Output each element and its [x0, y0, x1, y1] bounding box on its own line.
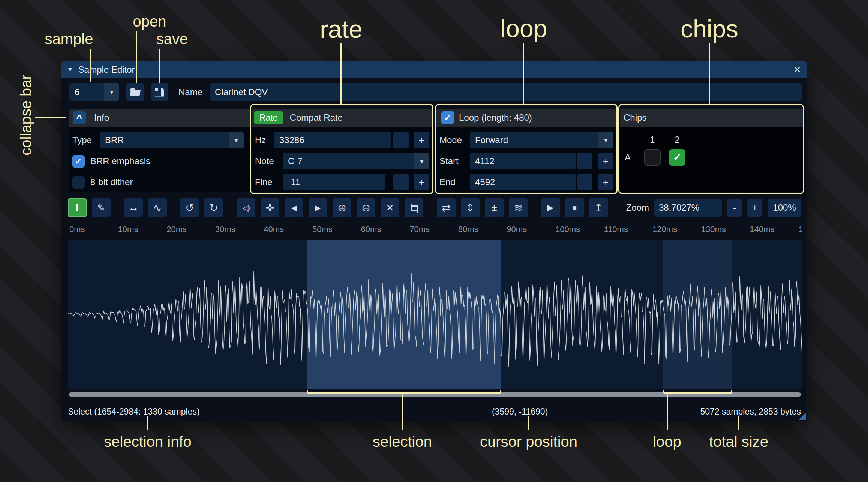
tab-compat-rate[interactable]: Compat Rate [290, 112, 343, 123]
brr-emphasis-checkbox[interactable]: ✓ [72, 155, 85, 168]
sample-selector[interactable]: 6 ▼ [69, 83, 119, 101]
loop-start-plus-button[interactable]: + [598, 153, 613, 169]
floppy-save-icon [155, 88, 164, 97]
window-collapse-icon[interactable]: ▼ [67, 66, 73, 73]
tab-rate[interactable]: Rate [254, 111, 283, 124]
fine-minus-button[interactable]: - [393, 174, 409, 190]
minus-circle-icon: ⊖ [361, 202, 370, 214]
trim-button[interactable] [405, 198, 423, 217]
undo-icon: ↺ [185, 202, 194, 214]
note-dropdown[interactable]: C-7 ▼ [283, 153, 429, 169]
zoom-reset-button[interactable]: 100% [768, 199, 801, 217]
chevron-up-icon: ^ [76, 113, 82, 124]
fine-value: -11 [288, 177, 300, 187]
fade-out-button[interactable]: ▶ [309, 198, 327, 217]
horizontal-scrollbar[interactable] [68, 392, 802, 397]
triangle-left-icon: ◀ [291, 203, 297, 212]
loop-mode-dropdown[interactable]: Forward ▼ [470, 132, 613, 148]
loop-start-minus-button[interactable]: - [577, 153, 592, 169]
zoom-out-button[interactable]: - [727, 199, 742, 217]
hz-plus-button[interactable]: + [414, 132, 429, 148]
collapse-bar-button[interactable]: ^ [73, 111, 86, 124]
status-cursor-position: (3599, -11690) [492, 407, 548, 417]
scrollbar-thumb[interactable] [69, 392, 801, 397]
waveform [68, 240, 802, 389]
chevron-down-icon[interactable]: ▼ [598, 132, 613, 148]
insert-silence-button[interactable]: ⊕ [333, 198, 351, 217]
create-instrument-button[interactable]: ↥ [589, 198, 608, 217]
chevron-down-icon[interactable]: ▼ [104, 83, 119, 101]
loop-panel-header: ✓ Loop (length: 480) [436, 109, 616, 127]
redo-button[interactable]: ↻ [204, 198, 223, 217]
mode-label: Mode [439, 132, 462, 148]
annotation-loop-label: loop [501, 14, 547, 43]
loop-start-label: Start [439, 153, 459, 169]
sample-toolbar: I ✎ ↔ ∿ ↺ ↻ ◁) ✜ ◀ ▶ ⊕ ⊖ ✕ ⇄ ⇕ ± ≋ ▶ ■ ↥… [68, 198, 801, 217]
hz-input[interactable]: 33286 [274, 132, 391, 148]
hz-label: Hz [255, 132, 266, 148]
check-icon: ✓ [75, 156, 82, 166]
plus-minus-icon: ± [491, 202, 497, 214]
edit-draw-button[interactable]: ✎ [92, 198, 111, 217]
invert-button[interactable]: ⇕ [461, 198, 480, 217]
waveform-view[interactable] [68, 240, 802, 389]
close-icon[interactable]: ✕ [793, 64, 801, 76]
name-input[interactable]: Clarinet DQV [210, 83, 802, 101]
hz-value: 33286 [279, 135, 304, 145]
apply-silence-button[interactable]: ⊖ [357, 198, 375, 217]
chip-1-checkbox[interactable] [644, 149, 661, 166]
zoom-in-button[interactable]: + [747, 199, 762, 217]
crop-icon [409, 203, 418, 212]
amplify-button[interactable]: ◁) [237, 198, 255, 217]
reverse-arrows-icon: ⇄ [442, 202, 450, 214]
info-panel-header: ^ Info [69, 109, 250, 127]
ruler-tick-label: 40ms [262, 225, 311, 235]
loop-end-plus-button[interactable]: + [598, 174, 613, 190]
ruler-tick-label: 100ms [554, 225, 603, 235]
dither-checkbox[interactable] [72, 176, 85, 189]
chips-row-a: A [625, 149, 631, 166]
rate-panel-header: Rate Compat Rate [252, 109, 433, 127]
sign-invert-button[interactable]: ± [485, 198, 504, 217]
x-icon: ✕ [386, 202, 394, 213]
chip-2-checkbox[interactable]: ✓ [669, 149, 685, 166]
reverse-button[interactable]: ⇄ [437, 198, 456, 217]
edit-select-button[interactable]: I [68, 198, 87, 217]
undo-button[interactable]: ↺ [180, 198, 199, 217]
zoom-value: 38.7027% [659, 202, 699, 213]
type-dropdown[interactable]: BRR ▼ [100, 132, 244, 148]
loop-end-minus-button[interactable]: - [577, 174, 592, 190]
ruler-tick-label: 130ms [700, 225, 748, 235]
window-titlebar[interactable]: ▼ Sample Editor ✕ [61, 61, 807, 78]
filter-button[interactable]: ≋ [509, 198, 528, 217]
name-label: Name [178, 83, 202, 101]
annotation-sample-label: sample [45, 31, 93, 48]
chevron-down-icon[interactable]: ▼ [414, 153, 429, 169]
ruler-tick-label: 20ms [165, 225, 214, 235]
resize-button[interactable]: ↔ [124, 198, 143, 217]
loop-start-input[interactable]: 4112 [470, 153, 576, 169]
save-button[interactable] [151, 83, 168, 101]
open-button[interactable] [126, 83, 144, 101]
hz-minus-button[interactable]: - [393, 132, 409, 148]
window-resize-grip[interactable] [799, 412, 806, 420]
pencil-icon: ✎ [97, 202, 105, 213]
delete-button[interactable]: ✕ [381, 198, 399, 217]
fade-in-button[interactable]: ◀ [285, 198, 303, 217]
plus-circle-icon: ⊕ [337, 202, 346, 214]
resample-icon: ∿ [153, 202, 162, 214]
fine-plus-button[interactable]: + [414, 174, 429, 190]
ruler-tick-label: 80ms [457, 225, 505, 235]
loop-enable-checkbox[interactable]: ✓ [441, 111, 454, 124]
fine-input[interactable]: -11 [283, 174, 385, 190]
chevron-down-icon[interactable]: ▼ [229, 132, 244, 148]
normalize-button[interactable]: ✜ [261, 198, 279, 217]
type-value: BRR [100, 135, 229, 145]
zoom-value-input[interactable]: 38.7027% [654, 199, 722, 217]
loop-end-input[interactable]: 4592 [470, 174, 576, 190]
preview-button[interactable]: ▶ [541, 198, 560, 217]
resample-button[interactable]: ∿ [148, 198, 167, 217]
arrows-cross-icon: ✜ [265, 202, 274, 214]
annotation-cursor-position-label: cursor position [480, 433, 577, 450]
stop-preview-button[interactable]: ■ [565, 198, 584, 217]
